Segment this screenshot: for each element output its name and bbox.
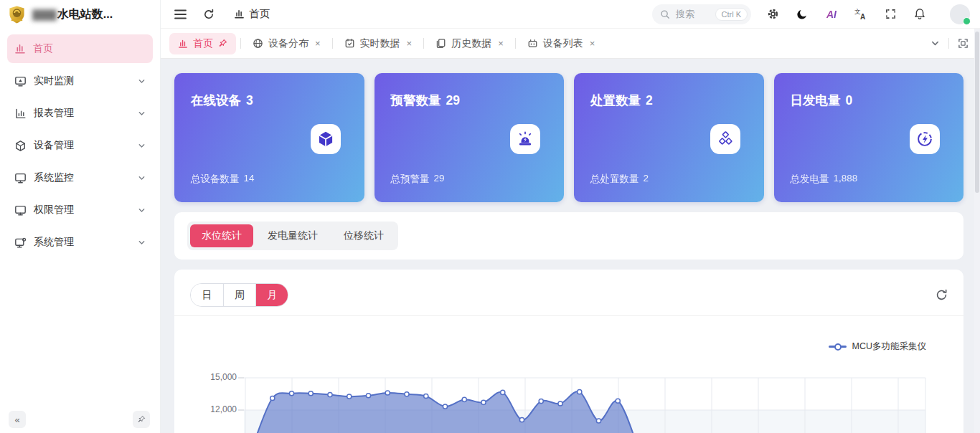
chevron-down-icon	[138, 142, 146, 150]
stat-sub-label: 总设备数量	[191, 173, 240, 186]
range-month-button[interactable]: 月	[255, 284, 288, 306]
sidebar-item-reports[interactable]: 报表管理	[7, 99, 153, 128]
tab-history-data[interactable]: 历史数据 ×	[428, 33, 511, 54]
close-tab-icon[interactable]: ×	[407, 38, 413, 49]
user-avatar[interactable]	[950, 4, 970, 24]
chevron-down-icon	[138, 110, 146, 118]
water-level-chart-panel: 日 周 月 MCU多功能采集仪 15,000 12,000	[174, 270, 963, 433]
close-tab-icon[interactable]: ×	[498, 38, 504, 49]
report-chart-icon	[14, 108, 27, 120]
cube-icon	[311, 124, 341, 154]
stat-value: 29	[446, 93, 460, 108]
tab-label: 设备分布	[268, 37, 308, 50]
chevron-down-icon	[138, 77, 146, 85]
stat-value: 0	[846, 93, 853, 108]
tab-realtime-data[interactable]: 实时数据 ×	[337, 33, 420, 54]
pushpin-icon[interactable]	[218, 39, 227, 48]
bar-chart-icon	[234, 9, 245, 19]
tab-separator	[332, 38, 333, 49]
notifications-bell-icon[interactable]	[912, 6, 928, 22]
sidebar-item-label: 报表管理	[34, 107, 74, 120]
close-tab-icon[interactable]: ×	[315, 38, 321, 49]
app-window: ████ 水电站数... 首页 搜索 Ctrl K	[0, 0, 980, 433]
stat-title: 预警数量	[391, 92, 441, 109]
range-day-button[interactable]: 日	[191, 284, 223, 306]
tabbar-controls	[930, 38, 969, 49]
chevron-down-icon	[138, 206, 146, 214]
chevron-down-icon	[138, 239, 146, 247]
statistics-tabs-panel: 水位统计 发电量统计 位移统计	[174, 212, 963, 260]
ai-assistant-icon[interactable]: AI	[824, 6, 839, 22]
refresh-page-icon[interactable]	[201, 6, 217, 22]
area-chart-canvas[interactable]	[174, 316, 958, 433]
tab-generation-stats[interactable]: 发电量统计	[256, 224, 329, 247]
refresh-chart-icon[interactable]	[936, 289, 948, 301]
tab-label: 实时数据	[360, 37, 400, 50]
stat-card-handled[interactable]: 处置数量2 总处置数量2	[574, 73, 764, 202]
tab-separator	[948, 38, 949, 49]
sidebar: 首页 实时监测 报表管理 设备管理 系统监控 权限管理	[0, 29, 161, 433]
statistics-tab-group: 水位统计 发电量统计 位移统计	[187, 222, 398, 250]
sidebar-item-label: 系统监控	[34, 171, 74, 184]
sidebar-item-label: 设备管理	[34, 139, 74, 152]
stat-value: 3	[246, 93, 253, 108]
stat-title: 日发电量	[791, 92, 841, 109]
dark-mode-moon-icon[interactable]	[794, 6, 810, 22]
vertical-scrollbar[interactable]	[974, 29, 980, 433]
chart-panel-header: 日 周 月	[174, 270, 963, 316]
pin-sidebar-button[interactable]	[133, 411, 150, 428]
stat-card-daily-generation[interactable]: 日发电量0 总发电量1,888	[774, 73, 964, 202]
tabs-dropdown-chevron-icon[interactable]	[930, 39, 940, 48]
sidebar-footer: «	[9, 411, 150, 428]
sidebar-item-label: 系统管理	[34, 236, 74, 249]
monitor-play-icon	[14, 75, 27, 87]
range-week-button[interactable]: 周	[223, 284, 255, 306]
energy-icon	[910, 124, 940, 154]
stat-card-online-devices[interactable]: 在线设备3 总设备数量14	[174, 73, 364, 202]
stat-card-alerts[interactable]: 预警数量29 总预警量29	[374, 73, 565, 202]
clipboard-check-icon	[344, 38, 355, 49]
tab-home[interactable]: 首页	[169, 33, 236, 54]
tab-displacement-stats[interactable]: 位移统计	[332, 224, 395, 247]
tab-label: 历史数据	[451, 37, 491, 50]
main-area: 首页 设备分布 × 实时数据 × 历史数据 ×	[161, 29, 980, 433]
water-level-chart: MCU多功能采集仪 15,000 12,000	[174, 316, 963, 433]
sidebar-item-label: 首页	[33, 42, 53, 55]
brand-area: ████ 水电站数...	[0, 0, 161, 29]
page-content: 在线设备3 总设备数量14 预警数量29 总预警量29 处置数量2	[161, 59, 980, 433]
stat-sub-label: 总处置数量	[590, 173, 639, 186]
tab-device-list[interactable]: 设备列表 ×	[520, 33, 603, 54]
stat-sub-label: 总发电量	[791, 173, 829, 186]
settings-gear-icon[interactable]	[765, 6, 781, 22]
close-tab-icon[interactable]: ×	[590, 38, 595, 49]
collapse-sidebar-button[interactable]: «	[9, 411, 26, 428]
device-list-icon	[527, 38, 538, 49]
sidebar-item-system-settings[interactable]: 系统管理	[7, 228, 153, 257]
sidebar-item-realtime-monitor[interactable]: 实时监测	[7, 67, 153, 95]
search-icon	[660, 9, 670, 19]
hamburger-menu-icon[interactable]	[172, 6, 188, 22]
sidebar-item-label: 权限管理	[34, 204, 74, 217]
stat-value: 2	[646, 93, 653, 108]
scrollbar-thumb[interactable]	[975, 32, 979, 193]
search-input[interactable]: 搜索 Ctrl K	[652, 4, 751, 24]
maximize-content-icon[interactable]	[958, 38, 969, 49]
sidebar-item-permissions[interactable]: 权限管理	[7, 196, 153, 224]
fullscreen-icon[interactable]	[882, 6, 898, 22]
cube-icon	[14, 140, 27, 152]
language-translate-icon[interactable]: 文A	[853, 6, 869, 22]
tab-separator	[423, 38, 424, 49]
breadcrumb[interactable]: 首页	[234, 7, 270, 21]
stat-sub-value: 1,888	[834, 173, 858, 186]
monitor-gear-icon	[14, 237, 27, 249]
sidebar-item-home[interactable]: 首页	[7, 34, 153, 63]
sidebar-item-devices[interactable]: 设备管理	[7, 131, 153, 160]
search-placeholder: 搜索	[676, 8, 710, 21]
tab-device-distribution[interactable]: 设备分布 ×	[245, 33, 328, 54]
tab-label: 设备列表	[543, 37, 583, 50]
topbar: 首页 搜索 Ctrl K AI 文A	[161, 0, 980, 29]
stat-title: 在线设备	[191, 92, 241, 109]
online-status-dot	[963, 17, 971, 25]
sidebar-item-system-monitor[interactable]: 系统监控	[7, 163, 153, 192]
tab-water-level-stats[interactable]: 水位统计	[190, 224, 253, 247]
